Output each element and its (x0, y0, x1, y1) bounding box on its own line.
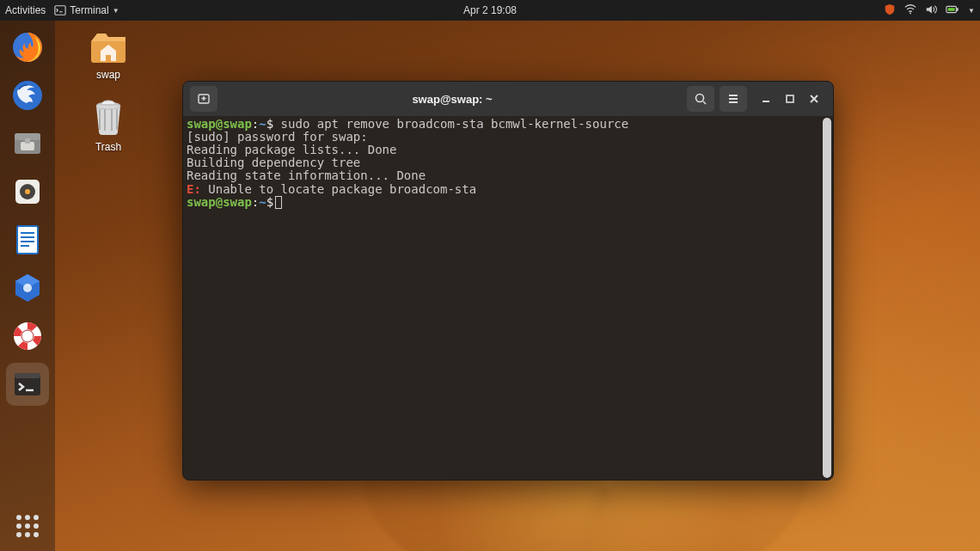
terminal-line: Building dependency tree (187, 156, 830, 169)
terminal-scrollbar[interactable] (823, 118, 831, 478)
terminal-line: [sudo] password for swap: (187, 131, 830, 144)
terminal-line: Reading state information... Done (187, 169, 830, 182)
minimize-button[interactable] (759, 92, 773, 106)
dock-item-software[interactable] (6, 266, 49, 309)
svg-point-1 (910, 12, 911, 14)
svg-rect-25 (787, 95, 793, 102)
terminal-line: E: Unable to locate package broadcom-sta (187, 183, 830, 196)
desktop-icon-home-label: swap (77, 69, 139, 81)
maximize-button[interactable] (783, 92, 797, 106)
prompt-path: ~ (259, 117, 266, 131)
activities-button[interactable]: Activities (5, 4, 46, 16)
wifi-icon[interactable] (904, 3, 916, 18)
close-button[interactable] (807, 92, 821, 106)
desktop-icon-home[interactable]: swap (77, 26, 139, 81)
svg-rect-0 (55, 6, 65, 15)
apps-grid-icon (16, 515, 39, 537)
svg-point-20 (21, 330, 34, 342)
trash-icon (89, 98, 128, 138)
prompt-dollar: $ (266, 195, 273, 209)
prompt-userhost: swap@swap (187, 117, 252, 131)
terminal-line: swap@swap:~$ sudo apt remove broadcom-st… (187, 118, 830, 131)
firefox-icon (10, 30, 45, 64)
svg-rect-16 (17, 226, 38, 254)
volume-icon[interactable] (925, 3, 937, 18)
software-icon (10, 271, 45, 305)
prompt-path: ~ (259, 195, 266, 209)
svg-rect-22 (15, 373, 40, 378)
dock-item-terminal[interactable] (6, 363, 49, 406)
dock-item-files[interactable] (6, 122, 49, 165)
dock-item-firefox[interactable] (6, 26, 49, 69)
dock-item-writer[interactable] (6, 218, 49, 261)
prompt-userhost: swap@swap (187, 195, 252, 209)
writer-icon (10, 223, 45, 257)
close-icon (809, 94, 819, 104)
search-icon (694, 92, 707, 106)
new-tab-icon (197, 92, 211, 106)
cursor-icon (275, 196, 282, 209)
battery-icon[interactable] (946, 3, 959, 18)
desktop-icon-trash[interactable]: Trash (77, 98, 139, 153)
chevron-down-icon: ▼ (113, 7, 119, 15)
terminal-line: swap@swap:~$ (187, 196, 830, 209)
files-icon (10, 126, 45, 161)
clock[interactable]: Apr 2 19:08 (463, 4, 517, 16)
dock-item-help[interactable] (6, 315, 49, 358)
lifebuoy-icon (10, 319, 45, 353)
prompt-dollar: $ (266, 117, 273, 131)
desktop-icon-trash-label: Trash (77, 141, 139, 153)
terminal-body[interactable]: swap@swap:~$ sudo apt remove broadcom-st… (183, 116, 833, 480)
dock-item-rhythmbox[interactable] (6, 170, 49, 213)
new-tab-button[interactable] (190, 86, 217, 112)
svg-point-24 (696, 95, 704, 102)
error-message: Unable to locate package broadcom-sta (201, 182, 476, 196)
rhythmbox-icon (10, 174, 45, 209)
svg-rect-3 (948, 8, 955, 11)
menu-button[interactable] (720, 86, 747, 112)
svg-point-18 (23, 284, 32, 292)
shield-icon[interactable] (884, 3, 896, 18)
system-menu-chevron-icon[interactable]: ▼ (968, 7, 975, 15)
terminal-title: swap@swap: ~ (223, 93, 682, 106)
command-text: sudo apt remove broadcom-sta bcmwl-kerne… (273, 117, 628, 131)
error-prefix: E: (187, 182, 201, 196)
app-menu-button[interactable]: Terminal ▼ (54, 4, 119, 16)
dock-item-thunderbird[interactable] (6, 74, 49, 117)
thunderbird-icon (10, 78, 45, 113)
terminal-window: swap@swap: ~ swap@swap:~$ sudo apt remov… (182, 81, 834, 481)
maximize-icon (785, 94, 795, 104)
top-bar: Activities Terminal ▼ Apr 2 19:08 ▼ (0, 0, 980, 21)
terminal-menubar-icon (54, 4, 66, 16)
terminal-line: Reading package lists... Done (187, 144, 830, 156)
app-menu-label: Terminal (70, 4, 108, 16)
svg-rect-4 (957, 8, 959, 11)
minimize-icon (761, 94, 771, 104)
terminal-dock-icon (10, 367, 45, 401)
folder-home-icon (89, 26, 128, 65)
show-applications-button[interactable] (6, 505, 49, 548)
svg-rect-12 (25, 138, 30, 144)
svg-point-15 (25, 189, 30, 194)
search-button[interactable] (687, 86, 714, 112)
terminal-titlebar[interactable]: swap@swap: ~ (183, 82, 833, 116)
hamburger-icon (726, 92, 740, 106)
launcher-dock (0, 21, 55, 551)
